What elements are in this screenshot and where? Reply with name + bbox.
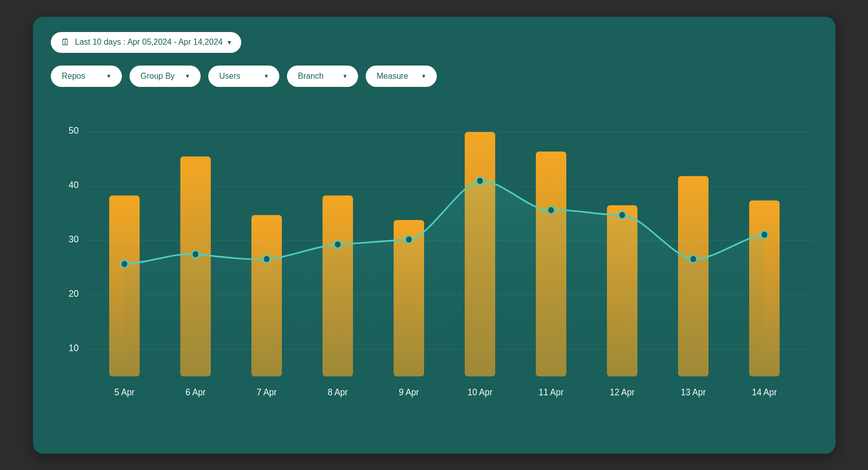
y-label-20: 20 xyxy=(68,288,78,299)
group-by-filter-button[interactable]: Group By ▾ xyxy=(130,66,201,87)
branch-filter-button[interactable]: Branch ▾ xyxy=(287,66,358,87)
y-label-50: 50 xyxy=(68,124,78,136)
date-filter-label: Last 10 days : Apr 05,2024 - Apr 14,2024 xyxy=(75,38,223,47)
point-11apr xyxy=(548,206,555,214)
y-label-10: 10 xyxy=(68,342,78,353)
filters-row: Repos ▾ Group By ▾ Users ▾ Branch ▾ Meas… xyxy=(51,66,818,87)
x-label-6apr: 6 Apr xyxy=(185,387,206,397)
point-8apr xyxy=(334,240,341,248)
point-5apr xyxy=(121,260,128,268)
x-label-5apr: 5 Apr xyxy=(114,387,135,397)
chevron-down-icon: ▾ xyxy=(343,72,347,80)
y-label-40: 40 xyxy=(68,179,78,190)
point-14apr xyxy=(761,231,768,238)
chart-svg: 50 40 30 20 10 xyxy=(51,102,818,417)
point-13apr xyxy=(690,255,697,263)
y-label-30: 30 xyxy=(68,233,78,244)
x-label-9apr: 9 Apr xyxy=(399,387,419,397)
point-6apr xyxy=(192,250,199,258)
dashboard-card: 🗓 Last 10 days : Apr 05,2024 - Apr 14,20… xyxy=(33,17,835,454)
date-filter-button[interactable]: 🗓 Last 10 days : Apr 05,2024 - Apr 14,20… xyxy=(51,32,242,53)
chevron-down-icon: ▾ xyxy=(265,72,268,80)
chevron-down-icon: ▾ xyxy=(186,72,189,80)
users-filter-button[interactable]: Users ▾ xyxy=(208,66,279,87)
group-by-filter-label: Group By xyxy=(141,72,175,81)
x-label-7apr: 7 Apr xyxy=(256,387,277,397)
x-label-14apr: 14 Apr xyxy=(752,387,777,397)
chevron-down-icon: ▾ xyxy=(422,72,426,80)
x-label-12apr: 12 Apr xyxy=(609,387,634,397)
chart-area: 50 40 30 20 10 xyxy=(51,102,818,417)
chevron-down-icon: ▾ xyxy=(107,72,111,80)
x-label-11apr: 11 Apr xyxy=(538,387,563,397)
measure-filter-button[interactable]: Measure ▾ xyxy=(366,66,437,87)
point-7apr xyxy=(263,255,270,263)
measure-filter-label: Measure xyxy=(377,72,408,81)
chevron-down-icon: ▾ xyxy=(228,38,231,46)
point-10apr xyxy=(476,177,484,184)
repos-filter-button[interactable]: Repos ▾ xyxy=(51,66,122,87)
repos-filter-label: Repos xyxy=(62,72,85,81)
calendar-icon: 🗓 xyxy=(61,37,70,48)
x-label-13apr: 13 Apr xyxy=(681,387,705,397)
branch-filter-label: Branch xyxy=(298,72,324,81)
x-label-10apr: 10 Apr xyxy=(467,387,492,397)
point-12apr xyxy=(619,211,626,218)
point-9apr xyxy=(405,235,412,243)
x-label-8apr: 8 Apr xyxy=(328,387,348,397)
users-filter-label: Users xyxy=(219,72,241,81)
